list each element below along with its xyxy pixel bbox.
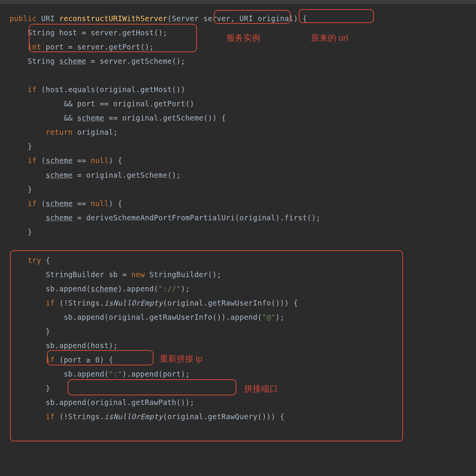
type-string: String — [28, 28, 55, 37]
keyword-if: if — [46, 355, 55, 364]
string-literal: "://" — [158, 284, 181, 293]
code-text: (original.getRawQuery())) { — [163, 412, 284, 421]
code-text: ) { — [100, 355, 113, 364]
keyword-return: return — [46, 128, 73, 136]
code-text: port = server.getPort(); — [46, 43, 154, 51]
keyword-if: if — [28, 199, 36, 208]
param-uri-type: URI — [240, 14, 253, 23]
keyword-if: if — [46, 412, 55, 421]
code-text: ) { — [109, 156, 122, 165]
code-text: StringBuilder(); — [145, 270, 221, 279]
code-text: ).append(port); — [122, 370, 190, 378]
string-literal: ":" — [109, 370, 122, 378]
code-text: ( — [36, 199, 45, 208]
keyword-new: new — [131, 270, 145, 279]
var-scheme: scheme — [46, 156, 73, 165]
code-text: ); — [181, 284, 190, 293]
code-text: } — [46, 327, 50, 336]
code-text: ).append( — [118, 284, 159, 293]
code-text: = deriveSchemeAndPortFromPartialUri(orig… — [73, 213, 321, 222]
title-bar — [0, 0, 476, 4]
code-text: && — [64, 114, 77, 122]
keyword-try: try — [28, 256, 41, 264]
keyword-null: null — [91, 199, 109, 208]
code-text: = server.getScheme(); — [86, 57, 185, 65]
code-text: sb.append( — [46, 284, 91, 293]
code-text: original; — [73, 128, 117, 136]
keyword-int: int — [28, 43, 41, 51]
code-text: } — [46, 384, 50, 392]
code-text: (port ≥ — [55, 355, 95, 364]
param-server-var: server — [203, 14, 230, 23]
code-text: } — [28, 185, 32, 193]
code-text: == — [73, 199, 91, 208]
code-text: (host.equals(original.getHost()) — [36, 85, 185, 94]
static-method: isNullOrEmpty — [104, 412, 163, 421]
number-zero: 0 — [95, 355, 100, 364]
code-text: host = server.getHost(); — [59, 28, 167, 37]
keyword-public: public — [10, 14, 36, 23]
code-editor[interactable]: public URI reconstructURIWithServer(Serv… — [0, 6, 476, 424]
code-text: ( — [36, 156, 45, 165]
var-scheme: scheme — [59, 57, 86, 65]
code-text: == — [73, 156, 91, 165]
type-string: String — [28, 57, 55, 65]
keyword-if: if — [46, 299, 55, 307]
param-server-type: Server — [172, 14, 199, 23]
var-scheme: scheme — [46, 171, 73, 179]
code-text: ); — [276, 313, 284, 321]
keyword-null: null — [91, 156, 109, 165]
string-literal: "@" — [262, 313, 275, 321]
code-text: sb.append(original.getRawPath()); — [46, 398, 194, 407]
code-text: } — [28, 228, 32, 236]
code-text: } — [28, 142, 32, 150]
code-text: = original.getScheme(); — [73, 171, 181, 179]
code-text: sb.append(original.getRawUserInfo()).app… — [64, 313, 262, 321]
keyword-if: if — [28, 156, 36, 165]
code-text: (!Strings. — [55, 412, 104, 421]
code-text: sb.append( — [64, 370, 109, 378]
var-scheme: scheme — [46, 199, 73, 208]
static-method: isNullOrEmpty — [104, 299, 163, 307]
code-text: (!Strings. — [55, 299, 104, 307]
var-scheme: scheme — [46, 213, 73, 222]
type-uri: URI — [41, 14, 55, 23]
code-text: == original.getScheme()) { — [104, 114, 226, 122]
code-text: { — [41, 256, 50, 264]
keyword-if: if — [28, 85, 36, 94]
code-text: ) { — [109, 199, 122, 208]
var-scheme: scheme — [91, 284, 117, 293]
method-name: reconstructURIWithServer — [59, 14, 167, 23]
var-scheme: scheme — [77, 114, 104, 122]
code-text: && port == original.getPort() — [64, 99, 194, 108]
param-original-var: original — [258, 14, 294, 23]
code-text: StringBuilder sb = — [46, 270, 131, 279]
code-text: sb.append(host); — [46, 341, 118, 350]
code-text: (original.getRawUserInfo())) { — [163, 299, 298, 307]
